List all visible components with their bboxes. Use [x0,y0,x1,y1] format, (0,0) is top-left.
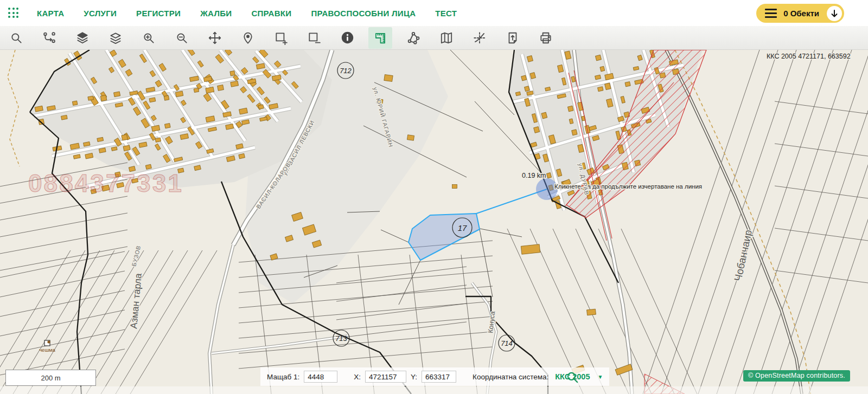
scale-bar-label: 200 m [41,374,60,382]
crs-label: Координатна система: [473,373,548,381]
svg-text:713: 713 [335,334,347,343]
print-icon[interactable] [534,27,558,49]
coordinate-search-button[interactable] [565,370,579,384]
search-icon [565,370,579,384]
main-menu: КАРТА УСЛУГИ РЕГИСТРИ ЖАЛБИ СПРАВКИ ПРАВ… [37,9,457,18]
chevron-down-icon[interactable]: ▼ [598,374,603,380]
scale-label: Мащаб 1: [267,373,299,381]
svg-text:712: 712 [340,67,352,75]
overview-map-icon[interactable] [435,27,458,49]
scale-input[interactable] [304,371,337,383]
menu-item-zhalbi[interactable]: ЖАЛБИ [200,9,232,18]
arrow-down-icon [830,9,839,18]
draw-polygon-icon[interactable] [401,27,425,49]
scale-bar: 200 m [5,370,96,386]
corner-coordinates: ККС 2005 4721171, 663592 [767,53,851,60]
pan-icon[interactable] [203,27,227,49]
menu-item-test[interactable]: ТЕСТ [435,9,457,18]
menu-item-registri[interactable]: РЕГИСТРИ [136,9,181,18]
gis-portal-window: КАРТА УСЛУГИ РЕГИСТРИ ЖАЛБИ СПРАВКИ ПРАВ… [0,0,868,394]
status-bar: Мащаб 1: X: Y: Координатна система: ККС … [260,367,609,386]
download-objects-button[interactable] [827,6,842,21]
info-icon[interactable] [335,27,359,49]
search-icon[interactable] [4,27,28,49]
attribution-text: © OpenStreetMap contributors. [748,372,845,379]
map-canvas[interactable]: 0884377331 0.19 km Кликнете, за да продъ… [0,50,868,394]
export-icon[interactable] [501,27,525,49]
menu-item-uslugi[interactable]: УСЛУГИ [84,9,117,18]
zoom-in-icon[interactable] [137,27,161,49]
apps-grid-icon[interactable] [7,6,21,20]
measure-tooltip: Кликнете, за да продължите изчертаване н… [554,183,702,190]
hamburger-icon [765,9,777,18]
zoom-out-icon[interactable] [170,27,194,49]
menu-item-karta[interactable]: КАРТА [37,9,64,18]
objects-count-label: 0 Обекти [783,9,819,18]
measure-icon[interactable] [368,27,392,49]
measure-distance-label: 0.19 km [522,172,546,179]
top-navigation-bar: КАРТА УСЛУГИ РЕГИСТРИ ЖАЛБИ СПРАВКИ ПРАВ… [0,0,868,26]
coordinates-icon[interactable] [468,27,492,49]
osm-attribution-link[interactable]: © OpenStreetMap contributors. [743,370,850,382]
y-label: Y: [411,373,417,381]
rect-zoom-out-icon[interactable] [302,27,326,49]
objects-button[interactable]: 0 Обекти [756,4,844,23]
map-toolbar [0,26,868,50]
fountain-label: чешма [39,347,55,353]
select-related-icon[interactable] [37,27,61,49]
x-label: X: [354,373,361,381]
y-coordinate-input[interactable] [422,371,456,383]
bottom-strip [0,386,868,394]
svg-text:714: 714 [501,339,513,347]
svg-text:17: 17 [458,223,467,232]
menu-item-pravosposobni-litsa[interactable]: ПРАВОСПОСОБНИ ЛИЦА [311,9,416,18]
location-pin-icon[interactable] [236,27,260,49]
menu-item-spravki[interactable]: СПРАВКИ [251,9,291,18]
rect-zoom-in-icon[interactable] [269,27,293,49]
x-coordinate-input[interactable] [365,371,406,383]
layers-filled-icon[interactable] [71,27,94,49]
watermark-text: 0884377331 [28,169,183,197]
layers-stack-icon[interactable] [104,27,127,49]
